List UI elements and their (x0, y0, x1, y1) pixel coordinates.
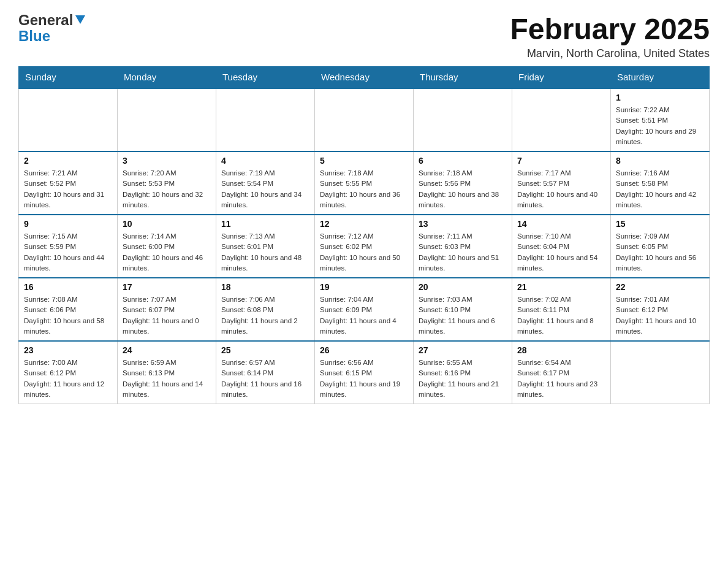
day-info: Sunrise: 6:57 AMSunset: 6:14 PMDaylight:… (221, 358, 309, 400)
logo-triangle-icon (74, 13, 86, 28)
table-row: 25 Sunrise: 6:57 AMSunset: 6:14 PMDaylig… (216, 341, 315, 404)
logo: General Blue (18, 12, 86, 45)
day-info: Sunrise: 7:07 AMSunset: 6:07 PMDaylight:… (123, 294, 211, 337)
calendar-week-row: 2 Sunrise: 7:21 AMSunset: 5:52 PMDayligh… (19, 151, 710, 215)
table-row: 22 Sunrise: 7:01 AMSunset: 6:12 PMDaylig… (611, 278, 710, 341)
table-row: 16 Sunrise: 7:08 AMSunset: 6:06 PMDaylig… (19, 278, 118, 341)
col-tuesday: Tuesday (216, 67, 315, 88)
day-number: 27 (419, 345, 507, 355)
day-info: Sunrise: 7:18 AMSunset: 5:55 PMDaylight:… (320, 168, 408, 210)
day-number: 19 (320, 282, 408, 292)
day-number: 6 (419, 156, 507, 166)
day-number: 4 (221, 156, 309, 166)
table-row: 1 Sunrise: 7:22 AMSunset: 5:51 PMDayligh… (611, 88, 710, 152)
day-info: Sunrise: 6:56 AMSunset: 6:15 PMDaylight:… (320, 358, 408, 400)
day-number: 8 (616, 156, 704, 166)
day-info: Sunrise: 6:55 AMSunset: 6:16 PMDaylight:… (419, 358, 507, 400)
day-info: Sunrise: 7:06 AMSunset: 6:08 PMDaylight:… (221, 294, 309, 337)
day-number: 1 (616, 93, 704, 102)
col-monday: Monday (118, 67, 216, 88)
day-number: 12 (320, 219, 408, 229)
table-row: 12 Sunrise: 7:12 AMSunset: 6:02 PMDaylig… (315, 215, 414, 278)
table-row: 11 Sunrise: 7:13 AMSunset: 6:01 PMDaylig… (216, 215, 315, 278)
day-info: Sunrise: 7:11 AMSunset: 6:03 PMDaylight:… (419, 231, 507, 274)
day-info: Sunrise: 7:02 AMSunset: 6:11 PMDaylight:… (517, 294, 605, 337)
table-row: 6 Sunrise: 7:18 AMSunset: 5:56 PMDayligh… (414, 151, 512, 215)
day-number: 25 (221, 345, 309, 355)
day-info: Sunrise: 6:54 AMSunset: 6:17 PMDaylight:… (517, 358, 605, 400)
col-sunday: Sunday (19, 67, 118, 88)
table-row: 13 Sunrise: 7:11 AMSunset: 6:03 PMDaylig… (414, 215, 512, 278)
table-row (611, 341, 710, 404)
table-row: 15 Sunrise: 7:09 AMSunset: 6:05 PMDaylig… (611, 215, 710, 278)
day-info: Sunrise: 7:17 AMSunset: 5:57 PMDaylight:… (517, 168, 605, 210)
location-text: Marvin, North Carolina, United States (510, 47, 710, 60)
day-info: Sunrise: 7:21 AMSunset: 5:52 PMDaylight:… (24, 168, 112, 210)
table-row (512, 88, 611, 152)
table-row: 21 Sunrise: 7:02 AMSunset: 6:11 PMDaylig… (512, 278, 611, 341)
day-info: Sunrise: 7:08 AMSunset: 6:06 PMDaylight:… (24, 294, 112, 337)
day-number: 22 (616, 282, 704, 292)
col-wednesday: Wednesday (315, 67, 414, 88)
day-number: 2 (24, 156, 112, 166)
table-row (19, 88, 118, 152)
day-info: Sunrise: 7:12 AMSunset: 6:02 PMDaylight:… (320, 231, 408, 274)
page-header: General Blue February 2025 Marvin, North… (18, 12, 710, 60)
logo-general-text: General (18, 12, 73, 28)
month-title: February 2025 (510, 12, 710, 46)
day-info: Sunrise: 7:13 AMSunset: 6:01 PMDaylight:… (221, 231, 309, 274)
day-info: Sunrise: 7:18 AMSunset: 5:56 PMDaylight:… (419, 168, 507, 210)
calendar-header-row: Sunday Monday Tuesday Wednesday Thursday… (19, 67, 710, 88)
col-thursday: Thursday (414, 67, 512, 88)
title-section: February 2025 Marvin, North Carolina, Un… (510, 12, 710, 60)
calendar-week-row: 1 Sunrise: 7:22 AMSunset: 5:51 PMDayligh… (19, 88, 710, 152)
day-number: 17 (123, 282, 211, 292)
day-number: 26 (320, 345, 408, 355)
table-row (414, 88, 512, 152)
day-info: Sunrise: 7:04 AMSunset: 6:09 PMDaylight:… (320, 294, 408, 337)
table-row: 4 Sunrise: 7:19 AMSunset: 5:54 PMDayligh… (216, 151, 315, 215)
table-row: 19 Sunrise: 7:04 AMSunset: 6:09 PMDaylig… (315, 278, 414, 341)
day-number: 28 (517, 345, 605, 355)
day-number: 10 (123, 219, 211, 229)
table-row: 9 Sunrise: 7:15 AMSunset: 5:59 PMDayligh… (19, 215, 118, 278)
svg-marker-0 (75, 15, 85, 24)
table-row: 26 Sunrise: 6:56 AMSunset: 6:15 PMDaylig… (315, 341, 414, 404)
col-saturday: Saturday (611, 67, 710, 88)
table-row: 10 Sunrise: 7:14 AMSunset: 6:00 PMDaylig… (118, 215, 216, 278)
table-row: 7 Sunrise: 7:17 AMSunset: 5:57 PMDayligh… (512, 151, 611, 215)
table-row (216, 88, 315, 152)
day-info: Sunrise: 7:10 AMSunset: 6:04 PMDaylight:… (517, 231, 605, 274)
table-row: 20 Sunrise: 7:03 AMSunset: 6:10 PMDaylig… (414, 278, 512, 341)
day-number: 15 (616, 219, 704, 229)
day-info: Sunrise: 7:16 AMSunset: 5:58 PMDaylight:… (616, 168, 704, 210)
calendar-week-row: 23 Sunrise: 7:00 AMSunset: 6:12 PMDaylig… (19, 341, 710, 404)
table-row: 17 Sunrise: 7:07 AMSunset: 6:07 PMDaylig… (118, 278, 216, 341)
table-row: 23 Sunrise: 7:00 AMSunset: 6:12 PMDaylig… (19, 341, 118, 404)
day-info: Sunrise: 7:20 AMSunset: 5:53 PMDaylight:… (123, 168, 211, 210)
day-number: 11 (221, 219, 309, 229)
table-row: 27 Sunrise: 6:55 AMSunset: 6:16 PMDaylig… (414, 341, 512, 404)
table-row: 24 Sunrise: 6:59 AMSunset: 6:13 PMDaylig… (118, 341, 216, 404)
calendar-week-row: 16 Sunrise: 7:08 AMSunset: 6:06 PMDaylig… (19, 278, 710, 341)
day-number: 7 (517, 156, 605, 166)
day-number: 18 (221, 282, 309, 292)
logo-blue-text: Blue (18, 28, 50, 44)
day-info: Sunrise: 7:15 AMSunset: 5:59 PMDaylight:… (24, 231, 112, 274)
day-number: 3 (123, 156, 211, 166)
table-row: 5 Sunrise: 7:18 AMSunset: 5:55 PMDayligh… (315, 151, 414, 215)
day-number: 16 (24, 282, 112, 292)
table-row: 2 Sunrise: 7:21 AMSunset: 5:52 PMDayligh… (19, 151, 118, 215)
day-number: 14 (517, 219, 605, 229)
table-row: 8 Sunrise: 7:16 AMSunset: 5:58 PMDayligh… (611, 151, 710, 215)
day-number: 20 (419, 282, 507, 292)
day-info: Sunrise: 6:59 AMSunset: 6:13 PMDaylight:… (123, 358, 211, 400)
day-info: Sunrise: 7:01 AMSunset: 6:12 PMDaylight:… (616, 294, 704, 337)
table-row: 28 Sunrise: 6:54 AMSunset: 6:17 PMDaylig… (512, 341, 611, 404)
table-row (118, 88, 216, 152)
day-number: 5 (320, 156, 408, 166)
col-friday: Friday (512, 67, 611, 88)
day-info: Sunrise: 7:03 AMSunset: 6:10 PMDaylight:… (419, 294, 507, 337)
calendar-table: Sunday Monday Tuesday Wednesday Thursday… (18, 66, 710, 404)
day-number: 24 (123, 345, 211, 355)
